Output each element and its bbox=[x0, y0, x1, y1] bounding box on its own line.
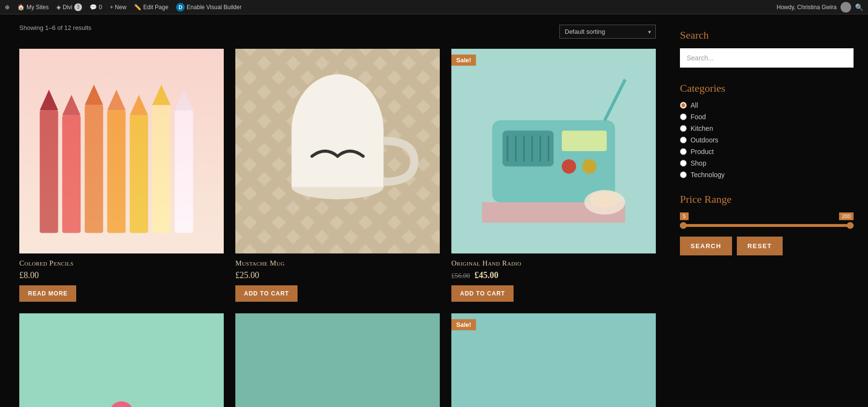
category-radio-outdoors[interactable] bbox=[680, 137, 687, 143]
divi-icon: ◈ bbox=[56, 4, 61, 11]
product-image-4 bbox=[19, 313, 224, 407]
product-price-2: £25.00 bbox=[235, 270, 440, 281]
topbar-search-icon[interactable]: 🔍 bbox=[855, 3, 863, 11]
new-link[interactable]: + New bbox=[110, 4, 126, 11]
mug-svg bbox=[235, 49, 440, 253]
cupcake-visual bbox=[235, 313, 440, 407]
sale-badge-3: Sale! bbox=[451, 55, 476, 66]
categories-list: All Food Kitchen Outdoors Product bbox=[680, 101, 854, 179]
product-image-5 bbox=[235, 313, 440, 407]
pencils-svg bbox=[19, 49, 224, 253]
product-card-1: Colored Pencils £8.00 READ MORE bbox=[19, 49, 224, 302]
flower-svg bbox=[19, 313, 224, 407]
macarons-visual bbox=[451, 313, 656, 407]
add-to-cart-button-2[interactable]: ADD TO CART bbox=[235, 285, 298, 302]
svg-point-34 bbox=[562, 159, 576, 174]
sale-badge-6: Sale! bbox=[451, 319, 476, 330]
category-outdoors[interactable]: Outdoors bbox=[680, 136, 854, 144]
range-thumb-left[interactable] bbox=[680, 222, 687, 229]
product-card-2: Mustache Mug £25.00 ADD TO CART bbox=[235, 49, 440, 302]
category-radio-technology[interactable] bbox=[680, 171, 687, 178]
category-product[interactable]: Product bbox=[680, 148, 854, 155]
price-labels: 5 200 bbox=[680, 212, 854, 220]
category-label-shop: Shop bbox=[691, 159, 706, 167]
sort-select[interactable]: Default sorting Sort by popularity Sort … bbox=[559, 25, 656, 39]
search-reset-row: SEARCH RESET bbox=[680, 237, 854, 255]
category-label-food: Food bbox=[691, 113, 706, 121]
visual-builder-link[interactable]: D Enable Visual Builder bbox=[176, 3, 242, 12]
edit-icon: ✏️ bbox=[134, 4, 141, 11]
category-shop[interactable]: Shop bbox=[680, 159, 854, 167]
product-card-4: Pink Flower Pot £32.00 ADD TO CART bbox=[19, 313, 224, 407]
add-to-cart-button-3[interactable]: ADD TO CART bbox=[451, 285, 514, 302]
product-image-1 bbox=[19, 49, 224, 253]
price-search-button[interactable]: SEARCH bbox=[680, 237, 732, 255]
wordpress-logo[interactable]: ⊕ bbox=[5, 4, 10, 11]
svg-point-39 bbox=[589, 191, 620, 208]
price-reset-button[interactable]: RESET bbox=[737, 237, 783, 255]
category-food[interactable]: Food bbox=[680, 113, 854, 121]
product-price-3: £56.00 £45.00 bbox=[451, 270, 656, 281]
category-label-product: Product bbox=[691, 148, 714, 155]
topbar-right: Howdy, Christina Gwira 🔍 bbox=[777, 2, 863, 13]
price-min-badge: 5 bbox=[680, 212, 689, 220]
product-image-2 bbox=[235, 49, 440, 253]
price-range-track bbox=[680, 224, 854, 227]
divi-link[interactable]: ◈ Divi 3 bbox=[56, 3, 82, 11]
my-sites-label: My Sites bbox=[27, 4, 49, 11]
edit-page-label: Edit Page bbox=[143, 4, 168, 11]
my-sites-icon: 🏠 bbox=[17, 4, 25, 11]
category-label-kitchen: Kitchen bbox=[691, 125, 713, 132]
macarons-svg bbox=[451, 313, 656, 407]
svg-rect-69 bbox=[451, 313, 656, 407]
product-area: Showing 1–6 of 12 results Default sortin… bbox=[10, 24, 665, 407]
search-input[interactable] bbox=[680, 48, 854, 68]
topbar: ⊕ 🏠 My Sites ◈ Divi 3 💬 0 + New ✏️ Edit … bbox=[0, 0, 868, 14]
price-sale-3: £45.00 bbox=[475, 270, 499, 280]
product-card-5: Pink Gourmet Cupcake £25.00 bbox=[235, 313, 440, 407]
read-more-button-1[interactable]: READ MORE bbox=[19, 285, 76, 302]
product-image-3: Sale! bbox=[451, 49, 656, 253]
category-radio-kitchen[interactable] bbox=[680, 125, 687, 132]
category-technology[interactable]: Technology bbox=[680, 171, 854, 179]
category-label-outdoors: Outdoors bbox=[691, 136, 719, 144]
my-sites-link[interactable]: 🏠 My Sites bbox=[17, 4, 49, 11]
price-max-badge: 200 bbox=[839, 212, 854, 220]
comments-icon: 💬 bbox=[90, 4, 97, 11]
results-info: Showing 1–6 of 12 results bbox=[19, 24, 92, 31]
price-regular-2: £25.00 bbox=[235, 270, 259, 280]
category-all[interactable]: All bbox=[680, 101, 854, 109]
price-original-3: £56.00 bbox=[451, 272, 470, 280]
wp-icon: ⊕ bbox=[5, 4, 10, 11]
categories-title: Categories bbox=[680, 82, 854, 95]
product-card-6: Sale! bbox=[451, 313, 656, 407]
range-thumb-right[interactable] bbox=[847, 222, 854, 229]
new-label: + New bbox=[110, 4, 126, 11]
user-avatar bbox=[841, 2, 851, 13]
sidebar-categories-section: Categories All Food Kitchen Outdoors bbox=[680, 82, 854, 179]
divi-label: Divi bbox=[63, 4, 72, 11]
search-title: Search bbox=[680, 29, 854, 42]
product-grid: Colored Pencils £8.00 READ MORE bbox=[19, 49, 656, 407]
price-regular-1: £8.00 bbox=[19, 270, 39, 280]
divi-circle-icon: D bbox=[176, 3, 185, 12]
comments-count: 0 bbox=[99, 4, 102, 11]
svg-rect-22 bbox=[292, 131, 384, 187]
sort-row: Showing 1–6 of 12 results Default sortin… bbox=[19, 24, 656, 39]
product-title-3: Original Hand Radio bbox=[451, 259, 656, 267]
category-label-technology: Technology bbox=[691, 171, 725, 179]
category-radio-food[interactable] bbox=[680, 113, 687, 120]
svg-rect-15 bbox=[19, 49, 224, 253]
radio-svg bbox=[451, 49, 656, 253]
category-radio-all[interactable] bbox=[680, 102, 687, 109]
svg-rect-40 bbox=[19, 313, 224, 407]
category-radio-shop[interactable] bbox=[680, 160, 687, 167]
radio-visual bbox=[451, 49, 656, 253]
category-radio-product[interactable] bbox=[680, 148, 687, 155]
edit-page-link[interactable]: ✏️ Edit Page bbox=[134, 4, 168, 11]
comments-link[interactable]: 💬 0 bbox=[90, 4, 102, 11]
sidebar: Search Categories All Food Kitchen bbox=[665, 24, 868, 407]
user-greeting: Howdy, Christina Gwira bbox=[777, 4, 837, 11]
sidebar-search-section: Search bbox=[680, 29, 854, 68]
category-kitchen[interactable]: Kitchen bbox=[680, 125, 854, 132]
